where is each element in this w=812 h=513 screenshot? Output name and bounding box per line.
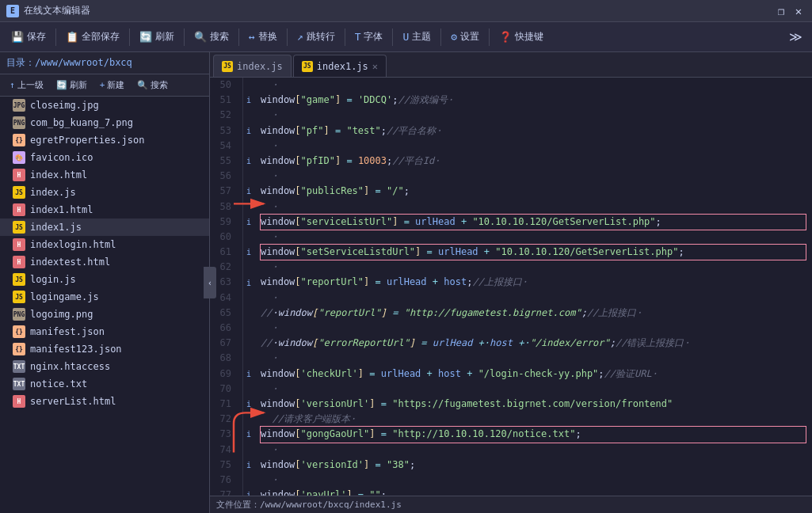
file-item[interactable]: H index1.html xyxy=(0,201,209,218)
code-line: · xyxy=(261,230,806,245)
code-line: · xyxy=(261,200,806,215)
toolbar-separator-7 xyxy=(392,28,393,46)
goto-button[interactable]: ↗ 跳转行 xyxy=(291,27,341,47)
line-info[interactable]: i xyxy=(243,245,254,260)
save-all-button[interactable]: 📋 全部保存 xyxy=(59,27,126,47)
replace-button[interactable]: ↔ 替换 xyxy=(242,27,284,47)
line-info[interactable]: i xyxy=(243,427,254,442)
file-item[interactable]: H index.html xyxy=(0,166,209,184)
file-item[interactable]: TXT notice.txt xyxy=(0,375,209,393)
file-item[interactable]: H serverList.html xyxy=(0,393,209,410)
line-number: 66 xyxy=(213,321,236,336)
line-info xyxy=(243,336,254,351)
code-line: window["pfID"] = 10003; //平台Id· xyxy=(261,154,806,169)
toolbar-more-button[interactable]: ≫ xyxy=(784,29,807,44)
app-icon: E xyxy=(6,5,19,17)
file-item[interactable]: PNG logoimg.png xyxy=(0,306,209,323)
up-label: 上一级 xyxy=(17,79,44,91)
line-info[interactable]: i xyxy=(243,124,254,139)
line-info[interactable]: i xyxy=(243,93,254,108)
code-scroll[interactable]: 5051525354555657585960616263646566676869… xyxy=(210,78,812,496)
file-item[interactable]: {} egretProperties.json xyxy=(0,131,209,149)
file-name: logingame.js xyxy=(30,291,99,302)
file-item[interactable]: 🎨 favicon.ico xyxy=(0,149,209,166)
tab-close-button[interactable]: ✕ xyxy=(372,62,378,71)
line-info[interactable]: i xyxy=(243,215,254,230)
status-text: 文件位置：/www/wwwroot/bxcq/index1.js xyxy=(216,499,402,511)
line-info[interactable]: i xyxy=(243,184,254,199)
sidebar-search-icon: 🔍 xyxy=(137,80,148,90)
file-item[interactable]: H indexlogin.html xyxy=(0,236,209,253)
tab-js-icon-2: JS xyxy=(302,61,313,72)
line-info xyxy=(243,473,254,488)
file-item[interactable]: PNG com_bg_kuang_7.png xyxy=(0,114,209,131)
file-icon: 🎨 xyxy=(13,151,25,164)
file-name: index1.html xyxy=(30,204,93,215)
font-button[interactable]: T 字体 xyxy=(349,27,390,47)
toolbar-separator-8 xyxy=(440,28,441,46)
code-line: window["gongGaoUrl"] = "http://10.10.10.… xyxy=(261,427,806,442)
save-button[interactable]: 💾 保存 xyxy=(5,27,52,47)
line-number: 50 xyxy=(213,78,236,93)
file-name: indexlogin.html xyxy=(30,239,116,250)
file-icon: {} xyxy=(13,325,25,338)
close-button[interactable]: ✕ xyxy=(791,4,806,18)
line-info[interactable]: i xyxy=(243,458,254,473)
refresh-label: 刷新 xyxy=(155,30,174,44)
tab-label-2: index1.js xyxy=(317,61,368,72)
line-info[interactable]: i xyxy=(243,275,254,290)
file-icon: JPG xyxy=(13,99,25,112)
save-label: 保存 xyxy=(27,30,46,44)
search-button[interactable]: 🔍 搜索 xyxy=(188,27,235,47)
up-button[interactable]: ↑ 上一级 xyxy=(5,78,48,93)
file-item[interactable]: TXT nginx.htaccess xyxy=(0,358,209,375)
tab-index1-js[interactable]: JS index1.js ✕ xyxy=(293,55,387,77)
new-button[interactable]: + 新建 xyxy=(95,78,130,93)
file-item[interactable]: H indextest.html xyxy=(0,253,209,271)
help-button[interactable]: ❓ 快捷键 xyxy=(493,27,550,47)
settings-button[interactable]: ⚙ 设置 xyxy=(444,27,486,47)
file-item[interactable]: {} manifest123.json xyxy=(0,340,209,358)
file-name: logoimg.png xyxy=(30,309,93,320)
file-name: notice.txt xyxy=(30,378,87,390)
line-info xyxy=(243,78,254,93)
file-icon: TXT xyxy=(13,360,25,373)
file-item[interactable]: JPG closeimg.jpg xyxy=(0,97,209,114)
tab-index-js[interactable]: JS index.js xyxy=(213,55,292,77)
line-number: 68 xyxy=(213,351,236,366)
code-line: window['checkUrl'] = urlHead + host + "/… xyxy=(261,367,806,382)
file-item[interactable]: JS index1.js xyxy=(0,218,209,236)
replace-icon: ↔ xyxy=(249,31,255,43)
line-info[interactable]: i xyxy=(243,488,254,496)
toolbar-separator-4 xyxy=(238,28,239,46)
sidebar-header: 目录：/www/wwwroot/bxcq xyxy=(0,52,209,74)
restore-button[interactable]: ❐ xyxy=(774,4,788,18)
line-info xyxy=(243,200,254,215)
file-item[interactable]: {} manifest.json xyxy=(0,323,209,340)
line-number: 51 xyxy=(213,93,236,108)
sidebar-search-button[interactable]: 🔍 搜索 xyxy=(132,78,173,93)
main-area: 目录：/www/wwwroot/bxcq ↑ 上一级 🔄 刷新 + 新建 🔍 搜… xyxy=(0,52,812,513)
collapse-sidebar-button[interactable]: ‹ xyxy=(204,267,216,298)
file-icon: H xyxy=(13,256,25,268)
sidebar-refresh-button[interactable]: 🔄 刷新 xyxy=(51,78,92,93)
line-number: 75 xyxy=(213,458,236,473)
status-bar: 文件位置：/www/wwwroot/bxcq/index1.js xyxy=(210,496,812,513)
line-info xyxy=(243,108,254,123)
file-icon: PNG xyxy=(13,116,25,129)
file-name: manifest123.json xyxy=(30,344,122,355)
file-item[interactable]: JS login.js xyxy=(0,271,209,288)
line-info xyxy=(243,351,254,366)
line-number: 64 xyxy=(213,291,236,306)
file-item[interactable]: JS logingame.js xyxy=(0,288,209,306)
file-item[interactable]: JS index.js xyxy=(0,184,209,201)
line-info[interactable]: i xyxy=(243,397,254,412)
code-lines[interactable]: · window["game"] = 'DDCQ';//游戏编号· · wind… xyxy=(254,78,812,496)
line-number: 58 xyxy=(213,200,236,215)
theme-button[interactable]: U 主题 xyxy=(396,27,437,47)
refresh-button[interactable]: 🔄 刷新 xyxy=(133,27,181,47)
code-content: 5051525354555657585960616263646566676869… xyxy=(210,78,812,496)
line-info[interactable]: i xyxy=(243,367,254,382)
line-info[interactable]: i xyxy=(243,154,254,169)
toolbar-separator-2 xyxy=(129,28,130,46)
